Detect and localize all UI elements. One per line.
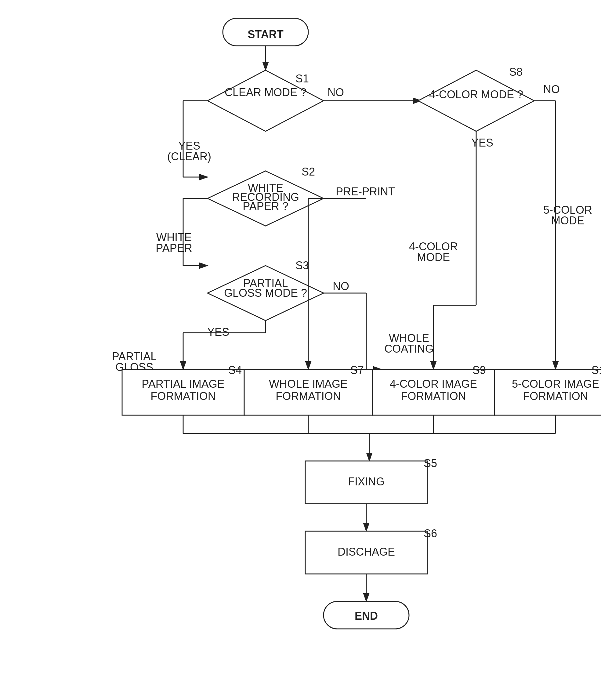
svg-text:S5: S5 [424,457,437,470]
svg-text:GLOSS MODE ?: GLOSS MODE ? [224,286,307,299]
svg-text:4-COLOR MODE ?: 4-COLOR MODE ? [429,88,523,101]
svg-text:4-COLOR IMAGE: 4-COLOR IMAGE [390,378,477,390]
svg-text:FORMATION: FORMATION [523,390,588,402]
svg-text:S1: S1 [296,72,309,85]
svg-text:S6: S6 [424,527,437,540]
s8-diamond [418,70,534,131]
svg-text:(CLEAR): (CLEAR) [167,150,211,163]
svg-text:PAPER: PAPER [156,242,192,254]
svg-text:PARTIAL IMAGE: PARTIAL IMAGE [142,378,224,390]
svg-text:S4: S4 [228,364,242,376]
svg-text:YES: YES [207,326,229,338]
svg-text:FORMATION: FORMATION [401,390,466,402]
svg-text:S9: S9 [473,364,486,376]
svg-text:PRE-PRINT: PRE-PRINT [336,185,395,198]
svg-text:S3: S3 [296,259,309,272]
svg-text:MODE: MODE [551,214,584,227]
svg-text:FORMATION: FORMATION [276,390,341,402]
svg-text:S2: S2 [302,166,315,178]
svg-text:FORMATION: FORMATION [150,390,216,402]
svg-text:S8: S8 [509,66,523,78]
svg-text:S10: S10 [592,364,601,376]
svg-text:COATING: COATING [384,343,433,355]
svg-text:FIXING: FIXING [348,475,384,488]
svg-text:MODE: MODE [417,251,450,264]
svg-text:S7: S7 [350,364,364,376]
start-label: START [248,28,283,41]
svg-text:DISCHAGE: DISCHAGE [337,546,395,558]
svg-text:END: END [355,610,378,622]
svg-text:5-COLOR IMAGE: 5-COLOR IMAGE [512,378,599,390]
svg-text:WHOLE IMAGE: WHOLE IMAGE [269,378,348,390]
svg-text:PAPER ?: PAPER ? [243,200,288,212]
svg-text:NO: NO [333,280,349,293]
svg-text:NO: NO [327,86,344,99]
svg-text:CLEAR MODE ?: CLEAR MODE ? [225,86,306,99]
flowchart-container: START CLEAR MODE ? S1 YES (CLEAR) NO WHI… [0,0,601,700]
svg-text:NO: NO [543,83,560,96]
svg-text:YES: YES [471,136,493,149]
